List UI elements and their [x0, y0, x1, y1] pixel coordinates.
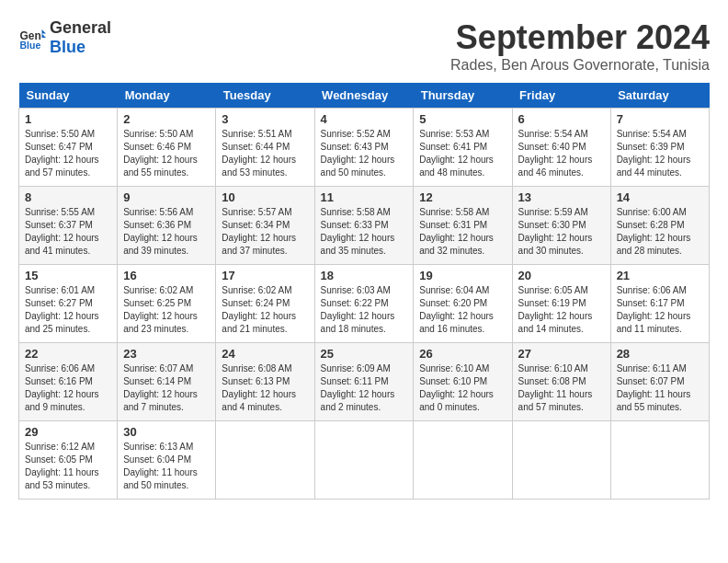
day-info: Sunrise: 5:58 AMSunset: 6:33 PMDaylight:…: [321, 207, 395, 256]
location-subtitle: Rades, Ben Arous Governorate, Tunisia: [450, 57, 710, 74]
calendar-cell: 7 Sunrise: 5:54 AMSunset: 6:39 PMDayligh…: [610, 109, 709, 187]
day-number: 6: [518, 112, 605, 126]
day-info: Sunrise: 5:58 AMSunset: 6:31 PMDaylight:…: [419, 207, 494, 256]
column-header-saturday: Saturday: [610, 83, 709, 109]
calendar-cell: 29 Sunrise: 6:12 AMSunset: 6:05 PMDaylig…: [19, 421, 118, 500]
calendar-cell: 9 Sunrise: 5:56 AMSunset: 6:36 PMDayligh…: [118, 187, 216, 265]
week-row-3: 15 Sunrise: 6:01 AMSunset: 6:27 PMDaylig…: [19, 265, 710, 343]
day-info: Sunrise: 5:54 AMSunset: 6:40 PMDaylight:…: [518, 129, 593, 178]
day-info: Sunrise: 6:07 AMSunset: 6:14 PMDaylight:…: [123, 363, 198, 412]
calendar-cell: 19 Sunrise: 6:04 AMSunset: 6:20 PMDaylig…: [414, 265, 512, 343]
calendar-cell: 6 Sunrise: 5:54 AMSunset: 6:40 PMDayligh…: [512, 109, 610, 187]
week-row-4: 22 Sunrise: 6:06 AMSunset: 6:16 PMDaylig…: [19, 343, 710, 421]
week-row-2: 8 Sunrise: 5:55 AMSunset: 6:37 PMDayligh…: [19, 187, 710, 265]
svg-text:Blue: Blue: [20, 40, 41, 51]
day-number: 28: [617, 347, 703, 361]
day-number: 10: [222, 190, 308, 204]
day-info: Sunrise: 6:08 AMSunset: 6:13 PMDaylight:…: [222, 363, 296, 412]
calendar-cell: 5 Sunrise: 5:53 AMSunset: 6:41 PMDayligh…: [414, 109, 512, 187]
day-info: Sunrise: 5:54 AMSunset: 6:39 PMDaylight:…: [617, 129, 691, 178]
day-number: 20: [518, 269, 605, 282]
calendar-cell: 15 Sunrise: 6:01 AMSunset: 6:27 PMDaylig…: [19, 265, 118, 343]
logo-text-line1: General: [50, 18, 111, 38]
day-info: Sunrise: 6:04 AMSunset: 6:20 PMDaylight:…: [419, 285, 494, 334]
day-info: Sunrise: 6:09 AMSunset: 6:11 PMDaylight:…: [321, 363, 395, 412]
column-header-sunday: Sunday: [19, 83, 118, 109]
day-info: Sunrise: 6:01 AMSunset: 6:27 PMDaylight:…: [25, 285, 99, 334]
week-row-5: 29 Sunrise: 6:12 AMSunset: 6:05 PMDaylig…: [19, 421, 710, 500]
day-info: Sunrise: 5:59 AMSunset: 6:30 PMDaylight:…: [518, 207, 593, 256]
day-info: Sunrise: 6:10 AMSunset: 6:08 PMDaylight:…: [518, 363, 593, 412]
day-number: 7: [617, 112, 703, 126]
calendar-cell: 21 Sunrise: 6:06 AMSunset: 6:17 PMDaylig…: [610, 265, 709, 343]
month-year-title: September 2024: [450, 18, 710, 57]
day-number: 23: [123, 347, 210, 361]
calendar-cell: 20 Sunrise: 6:05 AMSunset: 6:19 PMDaylig…: [512, 265, 610, 343]
day-info: Sunrise: 6:10 AMSunset: 6:10 PMDaylight:…: [419, 363, 494, 412]
logo: Gen Blue General Blue: [18, 18, 111, 57]
logo-icon: Gen Blue: [18, 24, 46, 52]
day-number: 12: [419, 190, 506, 204]
day-info: Sunrise: 5:57 AMSunset: 6:34 PMDaylight:…: [222, 207, 296, 256]
day-info: Sunrise: 5:56 AMSunset: 6:36 PMDaylight:…: [123, 207, 198, 256]
day-number: 13: [518, 190, 605, 204]
day-number: 11: [321, 190, 408, 204]
day-number: 18: [321, 269, 408, 282]
calendar-cell: [610, 421, 709, 500]
svg-marker-2: [42, 29, 47, 34]
day-info: Sunrise: 5:50 AMSunset: 6:46 PMDaylight:…: [123, 129, 198, 178]
day-number: 27: [518, 347, 605, 361]
day-number: 19: [419, 269, 506, 282]
day-info: Sunrise: 6:06 AMSunset: 6:17 PMDaylight:…: [617, 285, 691, 334]
calendar-cell: 24 Sunrise: 6:08 AMSunset: 6:13 PMDaylig…: [216, 343, 314, 421]
day-info: Sunrise: 5:51 AMSunset: 6:44 PMDaylight:…: [222, 129, 296, 178]
calendar-cell: 4 Sunrise: 5:52 AMSunset: 6:43 PMDayligh…: [314, 109, 414, 187]
day-number: 24: [222, 347, 308, 361]
day-number: 5: [419, 112, 506, 126]
calendar-cell: 3 Sunrise: 5:51 AMSunset: 6:44 PMDayligh…: [216, 109, 314, 187]
calendar-cell: 1 Sunrise: 5:50 AMSunset: 6:47 PMDayligh…: [19, 109, 118, 187]
day-number: 22: [25, 347, 111, 361]
day-number: 29: [25, 425, 111, 439]
day-info: Sunrise: 6:03 AMSunset: 6:22 PMDaylight:…: [321, 285, 395, 334]
svg-marker-3: [42, 34, 47, 39]
calendar-table: SundayMondayTuesdayWednesdayThursdayFrid…: [18, 83, 710, 500]
day-number: 9: [123, 190, 210, 204]
calendar-cell: 18 Sunrise: 6:03 AMSunset: 6:22 PMDaylig…: [314, 265, 414, 343]
calendar-cell: 12 Sunrise: 5:58 AMSunset: 6:31 PMDaylig…: [414, 187, 512, 265]
day-info: Sunrise: 6:11 AMSunset: 6:07 PMDaylight:…: [617, 363, 691, 412]
calendar-header-row: SundayMondayTuesdayWednesdayThursdayFrid…: [19, 83, 710, 109]
calendar-cell: 27 Sunrise: 6:10 AMSunset: 6:08 PMDaylig…: [512, 343, 610, 421]
day-info: Sunrise: 6:02 AMSunset: 6:24 PMDaylight:…: [222, 285, 296, 334]
day-number: 21: [617, 269, 703, 282]
calendar-cell: 14 Sunrise: 6:00 AMSunset: 6:28 PMDaylig…: [610, 187, 709, 265]
calendar-cell: 26 Sunrise: 6:10 AMSunset: 6:10 PMDaylig…: [414, 343, 512, 421]
logo-text-line2: Blue: [50, 38, 111, 57]
calendar-cell: 2 Sunrise: 5:50 AMSunset: 6:46 PMDayligh…: [118, 109, 216, 187]
day-info: Sunrise: 5:55 AMSunset: 6:37 PMDaylight:…: [25, 207, 99, 256]
calendar-cell: 28 Sunrise: 6:11 AMSunset: 6:07 PMDaylig…: [610, 343, 709, 421]
day-number: 2: [123, 112, 210, 126]
day-info: Sunrise: 6:05 AMSunset: 6:19 PMDaylight:…: [518, 285, 593, 334]
day-number: 14: [617, 190, 703, 204]
day-info: Sunrise: 6:06 AMSunset: 6:16 PMDaylight:…: [25, 363, 99, 412]
calendar-cell: [216, 421, 314, 500]
calendar-cell: [512, 421, 610, 500]
day-number: 4: [321, 112, 408, 126]
calendar-cell: 16 Sunrise: 6:02 AMSunset: 6:25 PMDaylig…: [118, 265, 216, 343]
day-info: Sunrise: 5:53 AMSunset: 6:41 PMDaylight:…: [419, 129, 494, 178]
column-header-friday: Friday: [512, 83, 610, 109]
calendar-cell: [414, 421, 512, 500]
calendar-cell: 8 Sunrise: 5:55 AMSunset: 6:37 PMDayligh…: [19, 187, 118, 265]
calendar-cell: 22 Sunrise: 6:06 AMSunset: 6:16 PMDaylig…: [19, 343, 118, 421]
day-number: 25: [321, 347, 408, 361]
day-number: 8: [25, 190, 111, 204]
day-number: 3: [222, 112, 308, 126]
column-header-monday: Monday: [118, 83, 216, 109]
calendar-cell: 10 Sunrise: 5:57 AMSunset: 6:34 PMDaylig…: [216, 187, 314, 265]
column-header-wednesday: Wednesday: [314, 83, 414, 109]
page-header: Gen Blue General Blue September 2024 Rad…: [18, 18, 710, 74]
column-header-thursday: Thursday: [414, 83, 512, 109]
day-number: 30: [123, 425, 210, 439]
day-info: Sunrise: 5:52 AMSunset: 6:43 PMDaylight:…: [321, 129, 395, 178]
